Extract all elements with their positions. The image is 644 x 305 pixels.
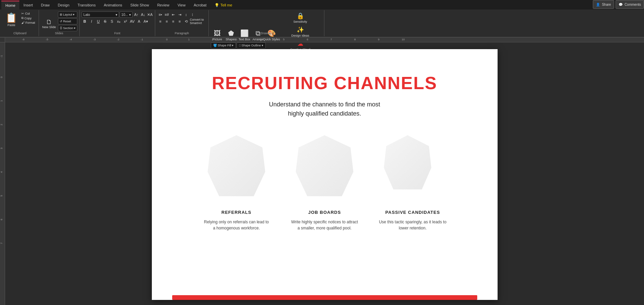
svg-text:5: 5	[283, 38, 285, 41]
align-left-button[interactable]: ≡	[157, 18, 163, 24]
shape-outline-button[interactable]: □ Shape Outline ▾	[237, 42, 265, 48]
arrange-icon: ⧉	[256, 29, 260, 37]
slide-title: RECRUITING CHANNELS	[212, 73, 437, 93]
justify-button[interactable]: ≡	[177, 18, 183, 24]
subscript-button[interactable]: x₂	[116, 18, 122, 24]
share-button[interactable]: 👤 Share	[593, 0, 614, 9]
tab-transitions[interactable]: Transitions	[74, 1, 100, 9]
superscript-button[interactable]: x²	[122, 18, 128, 24]
columns-button[interactable]: ⫶	[189, 12, 196, 18]
reset-button[interactable]: ↺ Reset	[58, 18, 77, 24]
job-boards-shape	[296, 135, 354, 203]
passive-shape	[384, 135, 442, 203]
highlight-button[interactable]: A▾	[143, 18, 149, 24]
svg-text:1: 1	[188, 38, 190, 41]
cut-button[interactable]: ✂ Cut	[20, 12, 37, 16]
job-boards-hexagon	[296, 135, 354, 196]
align-center-button[interactable]: ≡	[164, 18, 170, 24]
layout-button[interactable]: ⊞ Layout ▾	[58, 12, 77, 18]
bullets-button[interactable]: ≡•	[157, 12, 163, 18]
passive-description: Use this tactic sparingly, as it leads t…	[379, 219, 447, 231]
tab-home[interactable]: Home	[1, 1, 19, 9]
decrease-indent-button[interactable]: ⇤	[170, 12, 176, 18]
align-right-button[interactable]: ≡	[170, 18, 176, 24]
section-button[interactable]: ☰ Section ▾	[58, 25, 77, 31]
font-color-button[interactable]: A	[136, 18, 142, 24]
new-slide-button[interactable]: 🗋 New Slide	[41, 18, 58, 29]
format-paint-button[interactable]: 🖌 Format	[20, 21, 37, 25]
picture-icon: 🖼	[214, 29, 221, 37]
decrease-font-button[interactable]: A↓	[140, 12, 146, 18]
paragraph-group: ≡• ≡# ⇤ ⇥ ↕ ⫶ ≡ ≡ ≡ ≡ ⟲ Convert to Smart…	[155, 10, 209, 36]
svg-text:-2: -2	[117, 38, 120, 41]
card-job-boards[interactable]: JOB BOARDS Write highly specific notices…	[291, 135, 359, 231]
card-referrals[interactable]: REFERRALS Relying only on referrals can …	[203, 135, 270, 231]
clear-format-button[interactable]: ✕A	[147, 12, 153, 18]
svg-text:3: 3	[0, 147, 3, 149]
font-name-arrow: ▾	[116, 13, 117, 17]
shapes-icon: ⬟	[228, 29, 234, 37]
underline-button[interactable]: U	[95, 18, 101, 24]
strikethrough-button[interactable]: S	[102, 18, 108, 24]
tab-review[interactable]: Review	[153, 1, 174, 9]
convert-smartart-button[interactable]: Convert to SmartArt	[189, 18, 206, 24]
numbering-button[interactable]: ≡#	[164, 12, 170, 18]
spacing-button[interactable]: AV	[129, 18, 135, 24]
svg-text:7: 7	[330, 38, 332, 41]
referrals-description: Relying only on referrals can lead to a …	[203, 219, 270, 231]
svg-text:3: 3	[236, 38, 237, 41]
cards-row: REFERRALS Relying only on referrals can …	[172, 135, 477, 231]
sensitivity-icon: 🔒	[297, 12, 304, 20]
paste-button[interactable]: 📋 Paste	[3, 12, 19, 27]
tab-insert[interactable]: Insert	[19, 1, 37, 9]
tab-slideshow[interactable]: Slide Show	[126, 1, 153, 9]
referrals-shape	[208, 135, 265, 203]
shadow-button[interactable]: S	[109, 18, 115, 24]
canvas-area[interactable]: RECRUITING CHANNELS Understand the chann…	[5, 42, 644, 305]
shape-outline-icon: □	[239, 44, 241, 47]
paste-icon: 📋	[5, 12, 17, 23]
sensitivity-button[interactable]: 🔒 Sensitivity	[292, 12, 309, 24]
design-ideas-button[interactable]: ✨ Design Ideas	[290, 25, 311, 38]
bold-button[interactable]: B	[82, 18, 88, 24]
workspace: -1 0 1 2 3 4 5 6 7 RECRUITING CHANNELS U…	[0, 42, 644, 305]
job-boards-description: Write highly specific notices to attract…	[291, 219, 359, 231]
svg-text:-1: -1	[141, 38, 143, 41]
ribbon-body: 📋 Paste ✂ Cut ⧉ Copy 🖌	[0, 9, 644, 37]
svg-text:-5: -5	[46, 38, 48, 41]
ribbon-tab-bar: Home Insert Draw Design Transitions Anim…	[0, 0, 644, 9]
slide-subtitle: Understand the channels to find the most…	[269, 100, 380, 118]
ribbon: Home Insert Draw Design Transitions Anim…	[0, 0, 644, 38]
font-name-selector[interactable]: Lato ▾	[82, 12, 119, 18]
font-size-selector[interactable]: 10... ▾	[120, 12, 133, 18]
vertical-ruler-marks: -1 0 1 2 3 4 5 6 7	[0, 42, 5, 305]
lightbulb-icon: 💡	[215, 3, 219, 7]
text-direction-button[interactable]: ⟲	[183, 18, 189, 24]
shape-fill-button[interactable]: 🪣 Shape Fill ▾	[211, 42, 236, 48]
svg-text:4: 4	[0, 171, 3, 173]
tab-design[interactable]: Design	[54, 1, 74, 9]
svg-text:2: 2	[212, 38, 214, 41]
tab-animations[interactable]: Animations	[100, 1, 126, 9]
increase-font-button[interactable]: A↑	[133, 12, 139, 18]
text-box-icon: ⬜	[240, 29, 249, 37]
tab-tell-me[interactable]: 💡 Tell me	[210, 1, 236, 9]
comment-icon: 💬	[619, 3, 623, 6]
svg-text:2: 2	[0, 124, 3, 125]
card-passive-candidates[interactable]: PASSIVE CANDIDATES Use this tactic spari…	[379, 135, 447, 231]
svg-text:0: 0	[166, 38, 168, 41]
tab-view[interactable]: View	[174, 1, 190, 9]
copy-button[interactable]: ⧉ Copy	[20, 16, 37, 20]
cut-icon: ✂	[21, 12, 24, 15]
italic-button[interactable]: I	[88, 18, 95, 24]
svg-text:-1: -1	[0, 55, 3, 58]
slides-group: 🗋 New Slide ⊞ Layout ▾ ↺ Reset ☰	[39, 10, 80, 36]
svg-text:8: 8	[354, 38, 356, 41]
line-spacing-button[interactable]: ↕	[183, 12, 189, 18]
slide[interactable]: RECRUITING CHANNELS Understand the chann…	[152, 49, 498, 300]
tab-draw[interactable]: Draw	[37, 1, 54, 9]
comments-button[interactable]: 💬 Comments	[616, 0, 644, 9]
tab-acrobat[interactable]: Acrobat	[189, 1, 210, 9]
svg-text:6: 6	[307, 38, 308, 41]
increase-indent-button[interactable]: ⇥	[177, 12, 183, 18]
